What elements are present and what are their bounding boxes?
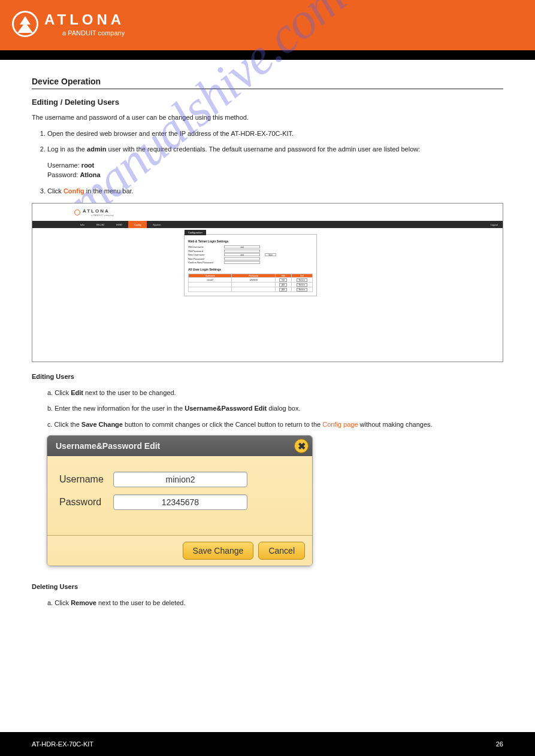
cell-del: Remove — [291, 283, 312, 287]
step-3-post: in the menu bar. — [84, 187, 134, 195]
nav-info[interactable]: Info — [74, 221, 90, 228]
dialog-username-input[interactable] — [113, 472, 247, 487]
lbl-new-user: New Username — [188, 253, 224, 256]
row-old-user: Old Usernameroot — [188, 245, 313, 248]
cred-pass-value: Atlona — [80, 171, 100, 178]
brand-logo: ATLONA a PANDUIT company — [12, 11, 125, 37]
step-1: Open the desired web browser and enter t… — [47, 129, 503, 139]
add-button[interactable]: Add — [279, 283, 287, 287]
remove-button[interactable]: Remove — [297, 278, 307, 282]
subsection-title: Editing / Deleting Users — [32, 98, 503, 107]
step-1-text: Open the desired web browser and enter t… — [47, 130, 294, 137]
editing-step-b: b. Enter the new information for the use… — [47, 403, 503, 414]
step-2-mid: user with the required credentials. The … — [106, 145, 420, 153]
dialog-footer: Save Change Cancel — [47, 535, 312, 566]
footer-left: AT-HDR-EX-70C-KIT — [32, 740, 93, 748]
row-conf-pass: Confirm New Password — [188, 261, 313, 264]
save-button[interactable]: Save — [265, 253, 276, 256]
intro-text: The username and password of a user can … — [32, 113, 503, 123]
edit-button[interactable]: Edit — [279, 278, 287, 282]
page-footer: AT-HDR-EX-70C-KIT 26 — [0, 732, 535, 756]
cell-del: Remove — [291, 287, 312, 292]
table-row: Add Remove — [189, 283, 313, 287]
deleting-step-a: a. Click Remove next to the user to be d… — [47, 598, 503, 608]
input-old-user[interactable]: root — [224, 245, 260, 248]
username-password-dialog: Username&Password Edit ✖ Username Passwo… — [47, 435, 313, 566]
row-old-pass: Old Password — [188, 250, 313, 253]
ss-brand-sub: a PANDUIT company — [91, 214, 114, 217]
credentials-block: Username: root Password: Atlona — [47, 160, 503, 180]
page-content: Device Operation Editing / Deleting User… — [0, 77, 535, 649]
config-panel: Configuration Web & Telnet Login Setting… — [184, 234, 317, 296]
dialog-title: Username&Password Edit — [56, 441, 160, 451]
cell-del: Remove — [291, 278, 312, 283]
table-row: minion2 12345678 Edit Remove — [189, 278, 313, 283]
dialog-body: Username Password — [47, 456, 312, 535]
ss-logo-icon — [74, 210, 80, 215]
table-row: Add Remove — [189, 287, 313, 292]
config-tab: Configuration — [185, 230, 206, 235]
step-3-pre: Click — [47, 187, 64, 195]
cell-username: minion2 — [189, 278, 232, 283]
config-page-screenshot: ATLONA a PANDUIT company Info RS-232 EDI… — [32, 203, 503, 362]
remove-button[interactable]: Remove — [297, 288, 307, 292]
cell-username — [189, 283, 232, 287]
row-new-pass: New Password — [188, 257, 313, 260]
input-new-pass[interactable] — [224, 257, 260, 260]
remove-button[interactable]: Remove — [297, 283, 307, 287]
cell-password: 12345678 — [232, 278, 275, 283]
nav-logout[interactable]: Logout — [491, 223, 498, 226]
logo-icon — [12, 11, 38, 37]
cell-edit: Edit — [275, 278, 291, 283]
login-settings-title: Web & Telnet Login Settings — [188, 239, 313, 243]
dialog-password-input[interactable] — [113, 494, 247, 510]
panel-inner: Web & Telnet Login Settings Old Username… — [185, 235, 316, 296]
dialog-password-row: Password — [59, 494, 300, 510]
editing-step-a: a. Click Edit next to the user to be cha… — [47, 388, 503, 398]
brand-name: ATLONA — [44, 11, 125, 28]
input-new-user[interactable]: root — [224, 253, 260, 256]
nav-config[interactable]: Config — [128, 221, 147, 228]
dialog-password-label: Password — [59, 497, 113, 508]
cred-user-label: Username: — [47, 162, 80, 169]
page-header: ATLONA a PANDUIT company — [0, 0, 535, 50]
lbl-conf-pass: Confirm New Password — [188, 261, 224, 264]
editing-heading: Editing Users — [32, 372, 503, 382]
nav-rs232[interactable]: RS-232 — [90, 221, 111, 228]
input-old-pass[interactable] — [224, 250, 260, 253]
ss-brand: ATLONA — [83, 208, 114, 214]
section-rule — [32, 89, 503, 89]
row-new-user: New UsernamerootSave — [188, 253, 313, 256]
add-button[interactable]: Add — [279, 288, 287, 292]
header-divider — [0, 50, 535, 60]
lbl-old-user: Old Username — [188, 245, 224, 248]
step-2-pre: Log in as the — [47, 145, 87, 153]
cred-pass-label: Password: — [47, 171, 78, 178]
cell-password — [232, 283, 275, 287]
dialog-username-row: Username — [59, 472, 300, 487]
close-icon[interactable]: ✖ — [294, 439, 309, 453]
section-title: Device Operation — [32, 77, 503, 86]
cell-edit: Add — [275, 283, 291, 287]
dialog-username-label: Username — [59, 474, 113, 485]
dialog-header: Username&Password Edit ✖ — [47, 436, 312, 456]
lbl-new-pass: New Password — [188, 257, 224, 260]
brand-subtitle: a PANDUIT company — [44, 29, 125, 37]
input-conf-pass[interactable] — [224, 261, 260, 264]
step-2: Log in as the admin user with the requir… — [47, 144, 503, 180]
nav-edid[interactable]: EDID — [110, 221, 128, 228]
cancel-button[interactable]: Cancel — [258, 542, 305, 560]
all-user-title: All User Login Settings — [188, 268, 313, 271]
ss-brand-wrap: ATLONA a PANDUIT company — [83, 208, 114, 217]
nav-system[interactable]: System — [147, 221, 167, 228]
step-3: Click Config in the menu bar. — [47, 186, 503, 196]
deleting-steps: a. Click Remove next to the user to be d… — [32, 598, 503, 608]
ss-nav: Info RS-232 EDID Config System Logout — [32, 221, 503, 228]
step-list: Open the desired web browser and enter t… — [47, 129, 503, 196]
save-change-button[interactable]: Save Change — [183, 542, 254, 560]
editing-steps: a. Click Edit next to the user to be cha… — [32, 388, 503, 430]
lbl-old-pass: Old Password — [188, 250, 224, 253]
footer-page-number: 26 — [496, 740, 503, 748]
step-3-link: Config — [64, 187, 84, 195]
step-2-bold: admin — [87, 145, 106, 153]
